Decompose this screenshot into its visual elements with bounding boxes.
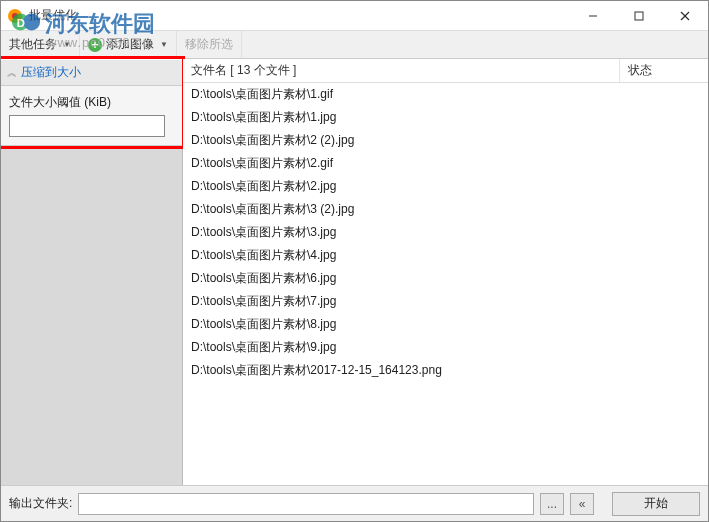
file-list-header: 文件名 [ 13 个文件 ] 状态 <box>183 59 708 83</box>
threshold-label: 文件大小阈值 (KiB) <box>9 94 174 111</box>
browse-button[interactable]: ... <box>540 493 564 515</box>
panel-title: 压缩到大小 <box>21 64 81 81</box>
main-area: ︽ 压缩到大小 文件大小阈值 (KiB) 文件名 [ 13 个文件 ] 状态 D… <box>1 59 708 485</box>
watermark-url: www.pc0359.cn <box>47 35 151 50</box>
list-item[interactable]: D:\tools\桌面图片素材\6.jpg <box>183 267 708 290</box>
close-button[interactable] <box>662 1 708 31</box>
back-button[interactable]: « <box>570 493 594 515</box>
list-item[interactable]: D:\tools\桌面图片素材\4.jpg <box>183 244 708 267</box>
file-list[interactable]: D:\tools\桌面图片素材\1.gifD:\tools\桌面图片素材\1.j… <box>183 83 708 485</box>
panel-header-compress[interactable]: ︽ 压缩到大小 <box>1 59 182 86</box>
list-item[interactable]: D:\tools\桌面图片素材\2.gif <box>183 152 708 175</box>
list-item[interactable]: D:\tools\桌面图片素材\8.jpg <box>183 313 708 336</box>
window-title: 批量优化 <box>29 7 570 24</box>
start-button[interactable]: 开始 <box>612 492 700 516</box>
remove-selected-label: 移除所选 <box>185 36 233 53</box>
output-folder-label: 输出文件夹: <box>9 495 72 512</box>
list-item[interactable]: D:\tools\桌面图片素材\2 (2).jpg <box>183 129 708 152</box>
highlight-box: ︽ 压缩到大小 文件大小阈值 (KiB) <box>0 56 185 149</box>
app-icon <box>7 8 23 24</box>
chevron-down-icon: ▼ <box>160 40 168 49</box>
list-item[interactable]: D:\tools\桌面图片素材\7.jpg <box>183 290 708 313</box>
column-header-filename[interactable]: 文件名 [ 13 个文件 ] <box>183 59 620 82</box>
maximize-button[interactable] <box>616 1 662 31</box>
titlebar: 批量优化 <box>1 1 708 31</box>
collapse-icon: ︽ <box>7 66 17 80</box>
footer: 输出文件夹: ... « 开始 <box>1 485 708 521</box>
list-item[interactable]: D:\tools\桌面图片素材\2.jpg <box>183 175 708 198</box>
list-item[interactable]: D:\tools\桌面图片素材\9.jpg <box>183 336 708 359</box>
sidebar: ︽ 压缩到大小 文件大小阈值 (KiB) <box>1 59 183 485</box>
output-folder-input[interactable] <box>78 493 534 515</box>
svg-point-4 <box>12 13 18 19</box>
list-item[interactable]: D:\tools\桌面图片素材\2017-12-15_164123.png <box>183 359 708 382</box>
list-item[interactable]: D:\tools\桌面图片素材\3 (2).jpg <box>183 198 708 221</box>
list-item[interactable]: D:\tools\桌面图片素材\1.gif <box>183 83 708 106</box>
panel-body: 文件大小阈值 (KiB) <box>1 86 182 146</box>
svg-rect-6 <box>635 12 643 20</box>
list-item[interactable]: D:\tools\桌面图片素材\1.jpg <box>183 106 708 129</box>
file-area: 文件名 [ 13 个文件 ] 状态 D:\tools\桌面图片素材\1.gifD… <box>183 59 708 485</box>
remove-selected-button[interactable]: 移除所选 <box>177 31 242 58</box>
minimize-button[interactable] <box>570 1 616 31</box>
column-header-status[interactable]: 状态 <box>620 59 708 82</box>
list-item[interactable]: D:\tools\桌面图片素材\3.jpg <box>183 221 708 244</box>
threshold-input[interactable] <box>9 115 165 137</box>
